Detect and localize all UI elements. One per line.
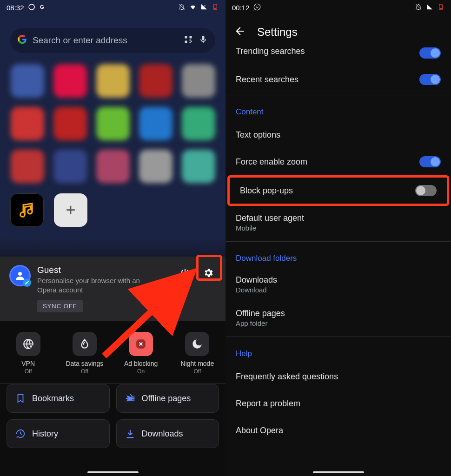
- mic-icon[interactable]: [199, 35, 208, 46]
- avatar[interactable]: [9, 265, 31, 286]
- qa-ad-blocking[interactable]: Ad blocking On: [113, 332, 169, 375]
- history-button[interactable]: History: [7, 419, 110, 448]
- qr-scan-icon[interactable]: [184, 35, 193, 46]
- row-report-problem[interactable]: Report a problem: [226, 390, 451, 417]
- svg-text:x: x: [430, 4, 431, 7]
- row-trending-searches[interactable]: Trending searches: [226, 47, 451, 66]
- clock: 08:32: [7, 4, 24, 12]
- qa-label: VPN: [21, 360, 35, 367]
- row-offline-pages[interactable]: Offline pages App folder: [226, 301, 451, 335]
- row-faq[interactable]: Frequently asked questions: [226, 363, 451, 390]
- qa-state: On: [137, 368, 145, 375]
- svg-rect-7: [30, 345, 32, 347]
- omnibox-placeholder: Search or enter address: [33, 35, 127, 46]
- account-panel: Guest Personalise your browser with an O…: [0, 257, 226, 321]
- svg-rect-11: [440, 8, 442, 9]
- clock: 00:12: [232, 4, 250, 12]
- whatsapp-status-icon: [253, 3, 261, 12]
- status-bar: 00:12 x: [226, 0, 451, 15]
- qa-vpn[interactable]: VPN Off: [0, 332, 56, 375]
- row-force-zoom[interactable]: Force enable zoom: [226, 148, 451, 175]
- offline-pages-button[interactable]: Offline pages: [116, 384, 219, 413]
- status-bar: 08:32 G x: [0, 0, 226, 15]
- page-title: Settings: [257, 26, 298, 39]
- gesture-bar: [313, 471, 364, 473]
- toggle-block-popups[interactable]: [415, 185, 437, 196]
- settings-list: Trending searches Recent searches Conten…: [226, 47, 451, 444]
- wifi-icon: [189, 3, 197, 12]
- qa-night-mode[interactable]: Night mode Off: [169, 332, 226, 375]
- qa-label: Data savings: [66, 360, 103, 367]
- toggle-trending[interactable]: [419, 47, 441, 59]
- row-text-options[interactable]: Text options: [226, 121, 451, 148]
- qa-label: Night mode: [181, 360, 214, 367]
- gesture-bar: [87, 471, 139, 473]
- svg-text:x: x: [204, 4, 206, 7]
- row-downloads[interactable]: Downloads Download: [226, 268, 451, 301]
- signal-icon: x: [200, 3, 208, 12]
- signal-icon: x: [426, 3, 433, 12]
- battery-low-icon: [212, 3, 219, 12]
- google-status-icon: G: [39, 3, 46, 12]
- qa-state: Off: [25, 368, 32, 375]
- dnd-icon: [415, 3, 422, 12]
- section-download-folders: Download folders: [226, 244, 451, 268]
- bookmarks-button[interactable]: Bookmarks: [7, 384, 110, 413]
- google-logo-icon: [18, 35, 27, 46]
- dnd-icon: [178, 3, 186, 12]
- qa-data-savings[interactable]: Data savings Off: [56, 332, 113, 375]
- section-help: Help: [226, 339, 451, 363]
- row-block-popups[interactable]: Block pop-ups: [227, 175, 449, 206]
- firefox-like-icon: [28, 3, 35, 12]
- opera-settings-screen: 00:12 x Settings Trending searches Recen…: [226, 0, 451, 476]
- speed-dial-add[interactable]: +: [54, 193, 87, 227]
- toggle-recent[interactable]: [419, 74, 441, 85]
- row-about-opera[interactable]: About Opera: [226, 417, 451, 444]
- battery-low-icon: [437, 3, 444, 12]
- omnibox[interactable]: Search or enter address: [10, 28, 215, 53]
- svg-rect-4: [214, 8, 216, 9]
- settings-header: Settings: [226, 15, 451, 47]
- qa-state: Off: [193, 368, 201, 375]
- qa-label: Ad blocking: [124, 360, 158, 367]
- account-name: Guest: [37, 265, 171, 275]
- row-recent-searches[interactable]: Recent searches: [226, 66, 451, 93]
- settings-gear-button[interactable]: [200, 265, 216, 281]
- qa-state: Off: [81, 368, 88, 375]
- section-content: Content: [226, 97, 451, 121]
- svg-text:G: G: [40, 4, 44, 10]
- row-default-user-agent[interactable]: Default user agent Mobile: [226, 206, 451, 239]
- avatar-edit-icon: [23, 278, 31, 287]
- sync-chip[interactable]: SYNC OFF: [37, 300, 83, 312]
- menu-grid: Bookmarks Offline pages History Download…: [0, 377, 226, 455]
- opera-home-screen: 08:32 G x Search or enter address: [0, 0, 226, 476]
- speed-dial-grid[interactable]: [0, 60, 226, 187]
- power-button[interactable]: [177, 265, 193, 281]
- downloads-button[interactable]: Downloads: [116, 419, 219, 448]
- toggle-force-zoom[interactable]: [419, 156, 441, 167]
- back-icon[interactable]: [234, 25, 246, 39]
- speed-dial-music[interactable]: [10, 193, 44, 227]
- account-desc: Personalise your browser with an Opera a…: [37, 276, 158, 294]
